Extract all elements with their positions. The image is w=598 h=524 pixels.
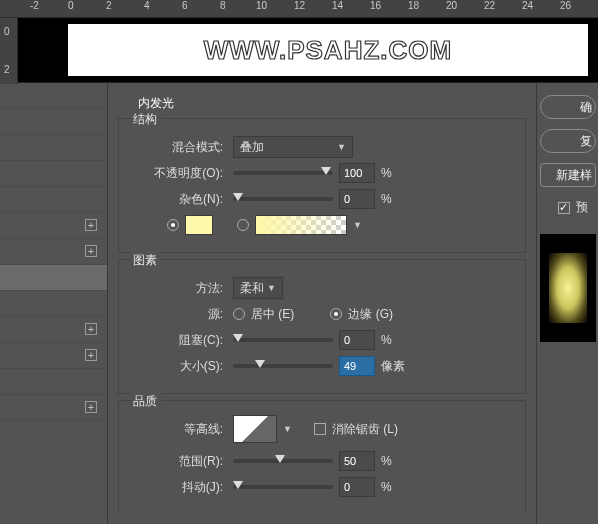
source-label: 源: bbox=[127, 306, 223, 323]
preview-label: 预 bbox=[576, 199, 588, 216]
antialias-label: 消除锯齿 (L) bbox=[332, 421, 398, 438]
properties-panel: 内发光 结构 混合模式: 叠加▼ 不透明度(O): % 杂色(N): % bbox=[108, 83, 536, 524]
choke-label: 阻塞(C): bbox=[127, 332, 223, 349]
list-item[interactable]: + bbox=[0, 395, 107, 421]
gradient-radio[interactable] bbox=[237, 219, 249, 231]
source-edge-radio[interactable] bbox=[330, 308, 342, 320]
jitter-label: 抖动(J): bbox=[127, 479, 223, 496]
size-input[interactable] bbox=[339, 356, 375, 376]
opacity-input[interactable] bbox=[339, 163, 375, 183]
preview-thumbnail bbox=[540, 234, 596, 342]
method-select[interactable]: 柔和▼ bbox=[233, 277, 283, 299]
size-label: 大小(S): bbox=[127, 358, 223, 375]
choke-slider[interactable] bbox=[233, 338, 333, 342]
opacity-slider[interactable] bbox=[233, 171, 333, 175]
source-center-label: 居中 (E) bbox=[251, 306, 294, 323]
opacity-label: 不透明度(O): bbox=[127, 165, 223, 182]
section-inner-glow: 内发光 bbox=[138, 95, 526, 112]
ok-button[interactable]: 确 bbox=[540, 95, 596, 119]
source-edge-label: 边缘 (G) bbox=[348, 306, 393, 323]
section-structure: 结构 bbox=[131, 111, 161, 128]
plus-icon[interactable]: + bbox=[85, 401, 97, 413]
section-quality: 品质 bbox=[131, 393, 161, 410]
list-item[interactable]: + bbox=[0, 213, 107, 239]
ruler-horizontal: -20 24 68 1012 1416 1820 2224 26 bbox=[0, 0, 598, 18]
range-slider[interactable] bbox=[233, 459, 333, 463]
px-label: 像素 bbox=[381, 358, 405, 375]
list-item[interactable]: + bbox=[0, 317, 107, 343]
reset-button[interactable]: 复 bbox=[540, 129, 596, 153]
jitter-slider[interactable] bbox=[233, 485, 333, 489]
gradient-picker[interactable] bbox=[255, 215, 347, 235]
antialias-checkbox[interactable] bbox=[314, 423, 326, 435]
noise-label: 杂色(N): bbox=[127, 191, 223, 208]
jitter-input[interactable] bbox=[339, 477, 375, 497]
contour-label: 等高线: bbox=[127, 421, 223, 438]
new-style-button[interactable]: 新建样 bbox=[540, 163, 596, 187]
source-center-radio[interactable] bbox=[233, 308, 245, 320]
gradient-caret-icon[interactable]: ▼ bbox=[353, 220, 362, 230]
size-slider[interactable] bbox=[233, 364, 333, 368]
plus-icon[interactable]: + bbox=[85, 219, 97, 231]
section-elements: 图素 bbox=[131, 252, 161, 269]
banner-text: WWW.PSAHZ.COM bbox=[204, 35, 452, 66]
contour-picker[interactable] bbox=[233, 415, 277, 443]
list-item[interactable]: + bbox=[0, 239, 107, 265]
blend-label: 混合模式: bbox=[127, 139, 223, 156]
ruler-vertical: 02 bbox=[0, 18, 18, 84]
list-item-active[interactable] bbox=[0, 265, 107, 291]
plus-icon[interactable]: + bbox=[85, 245, 97, 257]
choke-input[interactable] bbox=[339, 330, 375, 350]
noise-slider[interactable] bbox=[233, 197, 333, 201]
list-item[interactable]: + bbox=[0, 343, 107, 369]
color-radio[interactable] bbox=[167, 219, 179, 231]
noise-input[interactable] bbox=[339, 189, 375, 209]
color-swatch[interactable] bbox=[185, 215, 213, 235]
method-label: 方法: bbox=[127, 280, 223, 297]
canvas-area: WWW.PSAHZ.COM bbox=[18, 18, 598, 83]
right-panel: 确 复 新建样 预 bbox=[536, 83, 598, 524]
plus-icon[interactable]: + bbox=[85, 349, 97, 361]
range-input[interactable] bbox=[339, 451, 375, 471]
range-label: 范围(R): bbox=[127, 453, 223, 470]
plus-icon[interactable]: + bbox=[85, 323, 97, 335]
banner: WWW.PSAHZ.COM bbox=[68, 24, 588, 76]
preview-checkbox[interactable] bbox=[558, 202, 570, 214]
styles-list[interactable]: + + + + + bbox=[0, 83, 108, 524]
blend-mode-select[interactable]: 叠加▼ bbox=[233, 136, 353, 158]
